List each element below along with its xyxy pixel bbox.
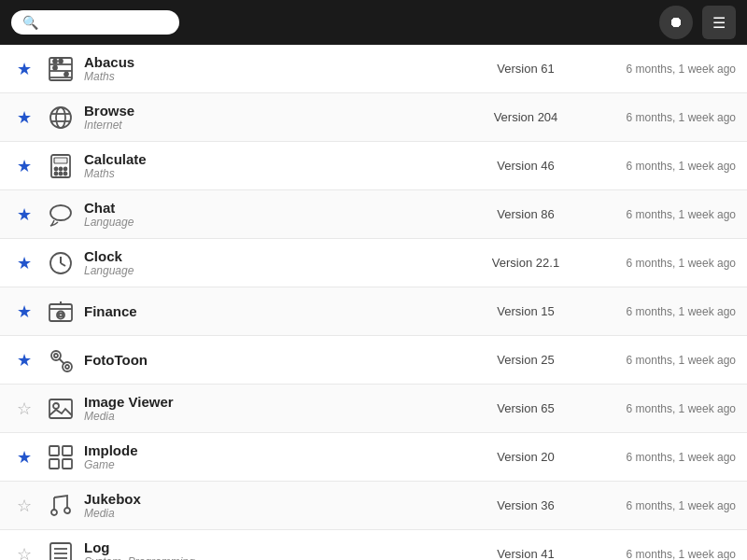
svg-rect-13 [54, 158, 67, 163]
svg-point-19 [64, 172, 67, 175]
svg-point-16 [64, 167, 67, 170]
app-info: Log System, Programming [84, 539, 465, 560]
app-icon-jukebox [47, 492, 75, 520]
list-item: ★ Abacus Maths Version 61 6 months, 1 we… [0, 45, 747, 93]
search-input[interactable] [44, 15, 165, 30]
svg-point-4 [53, 59, 57, 63]
svg-point-18 [60, 172, 63, 175]
app-info: Finance [84, 303, 465, 319]
app-info: Browse Internet [84, 103, 465, 132]
svg-point-14 [55, 167, 58, 170]
app-name: Log [84, 539, 465, 555]
app-category: System, Programming [84, 555, 465, 560]
star-button[interactable]: ★ [11, 105, 37, 131]
star-button[interactable]: ☆ [11, 493, 37, 519]
app-version: Version 36 [465, 498, 586, 512]
app-version: Version 61 [465, 62, 586, 76]
star-button[interactable]: ★ [11, 444, 37, 470]
app-date: 6 months, 1 week ago [586, 160, 736, 173]
app-category: Maths [84, 70, 465, 83]
list-item: ★ Implode Game Version 20 6 months, 1 we… [0, 433, 747, 482]
app-date: 6 months, 1 week ago [586, 305, 736, 318]
svg-rect-38 [49, 446, 59, 455]
svg-rect-36 [49, 399, 72, 418]
app-category: Game [84, 458, 465, 471]
star-button[interactable]: ★ [11, 202, 37, 228]
svg-point-7 [64, 72, 68, 76]
svg-line-23 [61, 263, 65, 266]
app-category: Internet [84, 119, 465, 132]
svg-point-17 [55, 172, 58, 175]
app-icon-chat [47, 201, 75, 229]
svg-rect-39 [63, 446, 72, 455]
app-version: Version 20 [465, 450, 586, 464]
star-button[interactable]: ★ [11, 153, 37, 179]
svg-line-33 [59, 358, 64, 364]
svg-point-8 [50, 107, 71, 128]
list-item: ★ Browse Internet Version 204 6 months, … [0, 93, 747, 142]
app-name: Browse [84, 103, 465, 119]
app-version: Version 65 [465, 401, 586, 415]
app-name: FotoToon [84, 352, 465, 368]
app-icon-clock [47, 249, 75, 277]
app-name: Finance [84, 303, 465, 319]
app-version: Version 25 [465, 353, 586, 367]
app-version: Version 15 [465, 304, 586, 318]
app-category: Language [84, 264, 465, 277]
app-icon-finance [47, 298, 75, 326]
app-info: FotoToon [84, 352, 465, 368]
app-name: Implode [84, 442, 465, 458]
app-date: 6 months, 1 week ago [586, 111, 736, 124]
list-item: ★ Finance Version 15 6 months, 1 week ag… [0, 287, 747, 336]
app-info: Calculate Maths [84, 151, 465, 180]
app-date: 6 months, 1 week ago [586, 208, 736, 221]
app-icon-log [47, 540, 75, 561]
app-info: Clock Language [84, 248, 465, 277]
app-date: 6 months, 1 week ago [586, 402, 736, 415]
menu-button[interactable]: ☰ [702, 6, 736, 39]
star-button[interactable]: ☆ [11, 396, 37, 422]
record-button[interactable]: ⏺ [659, 6, 693, 39]
svg-point-34 [54, 354, 58, 357]
star-button[interactable]: ★ [11, 250, 37, 276]
svg-point-20 [50, 205, 71, 220]
svg-point-9 [56, 107, 65, 128]
list-item: ☆ Image Viewer Media Version 65 6 months… [0, 385, 747, 433]
app-name: Clock [84, 248, 465, 264]
app-date: 6 months, 1 week ago [586, 499, 736, 512]
search-bar: 🔍 [11, 10, 179, 35]
list-item: ☆ Log System, Programming Version 41 6 m… [0, 530, 747, 560]
app-version: Version 41 [465, 547, 586, 560]
search-icon: 🔍 [22, 15, 38, 30]
app-version: Version 204 [465, 110, 586, 124]
app-icon-browse [47, 104, 75, 132]
app-icon-abacus [47, 55, 75, 83]
app-date: 6 months, 1 week ago [586, 548, 736, 561]
app-version: Version 46 [465, 159, 586, 173]
svg-rect-41 [63, 459, 72, 469]
app-name: Calculate [84, 151, 465, 167]
app-info: Jukebox Media [84, 491, 465, 520]
app-date: 6 months, 1 week ago [586, 257, 736, 270]
app-icon-calculate [47, 152, 75, 180]
app-category: Maths [84, 167, 465, 180]
star-button[interactable]: ★ [11, 56, 37, 82]
app-info: Chat Language [84, 200, 465, 229]
app-name: Chat [84, 200, 465, 216]
star-button[interactable]: ★ [11, 299, 37, 325]
app-info: Image Viewer Media [84, 394, 465, 423]
header: 🔍 ⏺ ☰ [0, 0, 747, 45]
list-item: ★ FotoToon Version 25 6 months, 1 week a… [0, 336, 747, 385]
list-item: ★ Calculate Maths Version 46 6 months, 1… [0, 142, 747, 190]
app-name: Jukebox [84, 491, 465, 507]
app-date: 6 months, 1 week ago [586, 451, 736, 464]
app-category: Media [84, 507, 465, 520]
app-category: Language [84, 216, 465, 229]
svg-point-6 [53, 65, 57, 69]
app-name: Image Viewer [84, 394, 465, 410]
app-version: Version 22.1 [465, 256, 586, 270]
svg-point-35 [65, 365, 69, 369]
star-button[interactable]: ★ [11, 347, 37, 373]
star-button[interactable]: ☆ [11, 541, 37, 561]
app-info: Abacus Maths [84, 54, 465, 83]
